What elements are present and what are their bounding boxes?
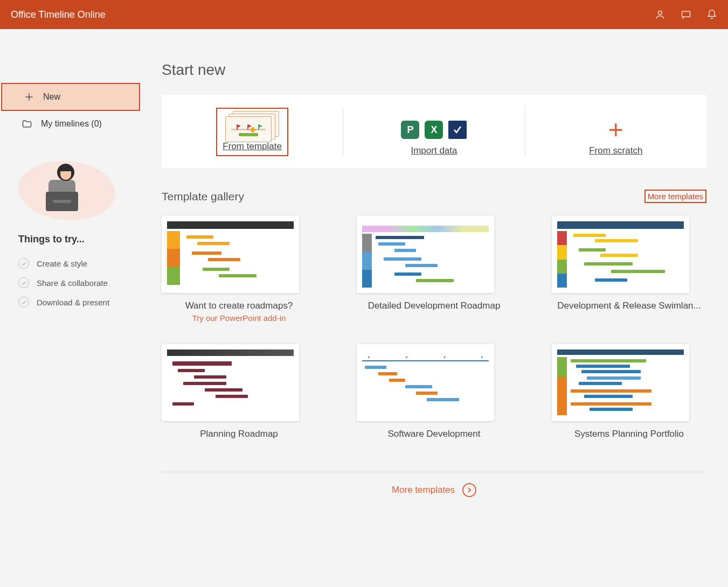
template-thumbnail: [552, 216, 689, 293]
excel-icon: X: [425, 121, 443, 139]
gallery-title: Template gallery: [162, 190, 244, 203]
more-templates-link[interactable]: More templates: [644, 190, 706, 203]
project-icon: P: [401, 121, 419, 139]
option-label: From scratch: [589, 145, 642, 156]
main-content: Start new: [140, 29, 728, 519]
template-title: Systems Planning Portfolio: [552, 429, 706, 439]
option-import-data[interactable]: P X Import data: [343, 107, 525, 156]
folder-icon: [22, 118, 32, 129]
template-systems-planning-portfolio[interactable]: Systems Planning Portfolio: [552, 344, 706, 439]
things-to-try-heading: Things to try...: [18, 234, 140, 245]
checklist-create-style[interactable]: Create & style: [0, 254, 140, 273]
template-planning-roadmap[interactable]: Planning Roadmap: [162, 344, 316, 439]
template-software-development[interactable]: ●●●▸ Software Development: [357, 344, 511, 439]
feedback-icon[interactable]: [681, 9, 691, 20]
svg-marker-7: [259, 124, 262, 128]
template-stack-icon: [225, 111, 279, 141]
template-roadmaps-promo[interactable]: Want to create roadmaps? Try our PowerPo…: [162, 216, 316, 323]
gallery-header: Template gallery More templates: [162, 190, 706, 203]
plus-large-icon: +: [608, 121, 623, 139]
app-header: Office Timeline Online: [0, 0, 728, 29]
more-footer-label: More templates: [392, 485, 455, 495]
template-title: Software Development: [357, 429, 511, 439]
template-thumbnail: [162, 216, 299, 293]
template-subtitle: Try our PowerPoint add-in: [162, 313, 316, 323]
start-options-card: From template P X Import data + From scr…: [162, 95, 706, 168]
svg-rect-2: [237, 124, 238, 130]
template-thumbnail: [552, 344, 689, 421]
template-thumbnail: [162, 344, 299, 421]
checklist-share-collaborate[interactable]: Share & collaborate: [0, 273, 140, 292]
start-new-heading: Start new: [162, 61, 706, 79]
svg-rect-1: [682, 11, 690, 17]
template-thumbnail: [357, 216, 494, 293]
template-title: Detailed Development Roadmap: [357, 301, 511, 311]
nav-label: My timelines (0): [41, 119, 102, 129]
svg-marker-3: [238, 124, 241, 128]
template-title: Planning Roadmap: [162, 429, 316, 439]
smartsheet-icon: [448, 121, 467, 139]
checklist-download-present[interactable]: Download & present: [0, 292, 140, 312]
option-from-scratch[interactable]: + From scratch: [525, 107, 706, 156]
svg-rect-6: [258, 124, 259, 130]
option-label: Import data: [411, 145, 457, 156]
template-thumbnail: ●●●▸: [357, 344, 494, 421]
import-icons: P X: [401, 121, 467, 139]
notification-icon[interactable]: [706, 9, 717, 20]
option-label: From template: [223, 141, 282, 152]
svg-point-0: [658, 11, 662, 15]
header-actions: [655, 9, 717, 20]
template-title: Development & Release Swimlan...: [552, 301, 706, 311]
sidebar: New My timelines (0) Things to try... Cr…: [0, 29, 140, 519]
option-from-template[interactable]: From template: [162, 107, 343, 156]
nav-my-timelines[interactable]: My timelines (0): [0, 111, 140, 137]
template-detailed-dev-roadmap[interactable]: Detailed Development Roadmap: [357, 216, 511, 323]
app-title: Office Timeline Online: [11, 9, 106, 20]
more-templates-footer[interactable]: More templates: [162, 472, 706, 497]
template-title: Want to create roadmaps?: [162, 301, 316, 311]
template-dev-release-swimlanes[interactable]: Development & Release Swimlan...: [552, 216, 706, 323]
nav-label: New: [43, 92, 60, 102]
check-icon: [18, 297, 29, 308]
nav-new[interactable]: New: [1, 83, 140, 111]
check-icon: [18, 258, 29, 269]
plus-icon: [24, 92, 34, 102]
person-illustration: [18, 158, 115, 223]
template-grid: Want to create roadmaps? Try our PowerPo…: [162, 216, 706, 439]
check-icon: [18, 277, 29, 288]
chevron-right-icon: [462, 483, 476, 497]
svg-rect-4: [247, 124, 248, 130]
user-icon[interactable]: [655, 9, 665, 20]
